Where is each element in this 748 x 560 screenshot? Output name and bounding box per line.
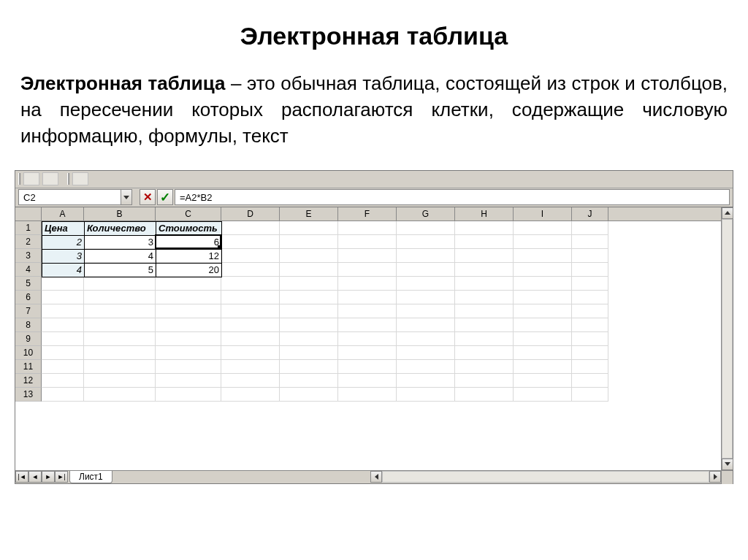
grid-area: A B C D E F G H I J 1 2 3 4 5 6 7: [15, 207, 733, 470]
horizontal-scrollbar[interactable]: [370, 471, 721, 483]
toolbar-segment[interactable]: [42, 172, 58, 185]
col-header-H[interactable]: H: [455, 207, 514, 220]
spreadsheet-window: C2 ✕ ✓ =A2*B2 A B C D E F G H I J 1: [15, 170, 733, 484]
cell-A2[interactable]: 2: [42, 235, 85, 249]
sheet-nav: |◄ ◄ ► ►| Лист1: [15, 471, 112, 483]
nav-first-button[interactable]: |◄: [15, 471, 28, 483]
cell-A4[interactable]: 4: [42, 263, 85, 277]
cell-B4[interactable]: 5: [85, 263, 156, 277]
scroll-track[interactable]: [722, 219, 733, 459]
scroll-down-button[interactable]: [722, 459, 733, 470]
scroll-right-button[interactable]: [709, 471, 721, 483]
cell-B2[interactable]: 3: [85, 235, 156, 249]
row-header[interactable]: 10: [15, 346, 42, 360]
col-header-A[interactable]: A: [42, 207, 84, 220]
scroll-left-button[interactable]: [370, 471, 382, 483]
data-table-overlay: Цена Количество Стоимость 2 3 6 3: [42, 221, 222, 277]
name-box[interactable]: C2: [18, 189, 121, 205]
column-headers: A B C D E F G H I J: [15, 207, 721, 221]
scroll-corner: [721, 471, 733, 484]
row-header[interactable]: 9: [15, 332, 42, 346]
select-all-corner[interactable]: [15, 207, 42, 220]
name-box-dropdown[interactable]: [121, 189, 132, 205]
col-header-D[interactable]: D: [221, 207, 280, 220]
row-header[interactable]: 1: [15, 221, 42, 235]
cell-A1[interactable]: Цена: [42, 221, 85, 235]
col-header-B[interactable]: B: [84, 207, 156, 220]
col-header-G[interactable]: G: [397, 207, 455, 220]
sheet-tab[interactable]: Лист1: [69, 471, 112, 483]
cell-B3[interactable]: 4: [85, 249, 156, 263]
row-header[interactable]: 6: [15, 291, 42, 304]
page-title: Электронная таблица: [0, 22, 748, 50]
col-header-F[interactable]: F: [338, 207, 397, 220]
row-header[interactable]: 3: [15, 249, 42, 263]
scroll-up-button[interactable]: [722, 207, 733, 219]
description-paragraph: Электронная таблица – это обычная таблиц…: [20, 71, 728, 150]
col-header-E[interactable]: E: [280, 207, 338, 220]
cell-C4[interactable]: 20: [156, 263, 222, 277]
nav-last-button[interactable]: ►|: [55, 471, 68, 483]
row-header[interactable]: 5: [15, 277, 42, 291]
formula-cancel-button[interactable]: ✕: [140, 189, 156, 205]
row-header[interactable]: 2: [15, 235, 42, 249]
row-header[interactable]: 13: [15, 388, 42, 402]
col-header-J[interactable]: J: [572, 207, 608, 220]
cell-A3[interactable]: 3: [42, 249, 85, 263]
formula-bar: C2 ✕ ✓ =A2*B2: [15, 188, 733, 207]
nav-next-button[interactable]: ►: [42, 471, 55, 483]
toolbar-handle[interactable]: [67, 173, 69, 185]
toolbar-row-1: [15, 171, 733, 188]
formula-input[interactable]: =A2*B2: [175, 189, 730, 205]
row-headers: 1 2 3 4 5 6 7 8 9 10 11 12 13: [15, 221, 42, 402]
cell-C1[interactable]: Стоимость: [156, 221, 222, 235]
row-header[interactable]: 12: [15, 374, 42, 388]
row-header[interactable]: 4: [15, 263, 42, 277]
toolbar-handle[interactable]: [18, 173, 20, 185]
cells-area[interactable]: Цена Количество Стоимость 2 3 6 3: [42, 221, 721, 402]
nav-prev-button[interactable]: ◄: [28, 471, 42, 483]
row-header[interactable]: 11: [15, 360, 42, 374]
toolbar-segment[interactable]: [72, 172, 88, 185]
row-header[interactable]: 8: [15, 318, 42, 332]
col-header-I[interactable]: I: [514, 207, 572, 220]
scroll-track[interactable]: [382, 471, 709, 483]
bottom-bar: |◄ ◄ ► ►| Лист1: [15, 470, 733, 483]
formula-accept-button[interactable]: ✓: [157, 189, 173, 205]
cell-B1[interactable]: Количество: [85, 221, 156, 235]
cell-C2[interactable]: 6: [156, 235, 222, 249]
vertical-scrollbar[interactable]: [721, 207, 733, 470]
row-header[interactable]: 7: [15, 304, 42, 318]
col-header-C[interactable]: C: [156, 207, 221, 220]
term: Электронная таблица: [20, 72, 225, 94]
toolbar-segment[interactable]: [23, 172, 39, 185]
cell-C3[interactable]: 12: [156, 249, 222, 263]
